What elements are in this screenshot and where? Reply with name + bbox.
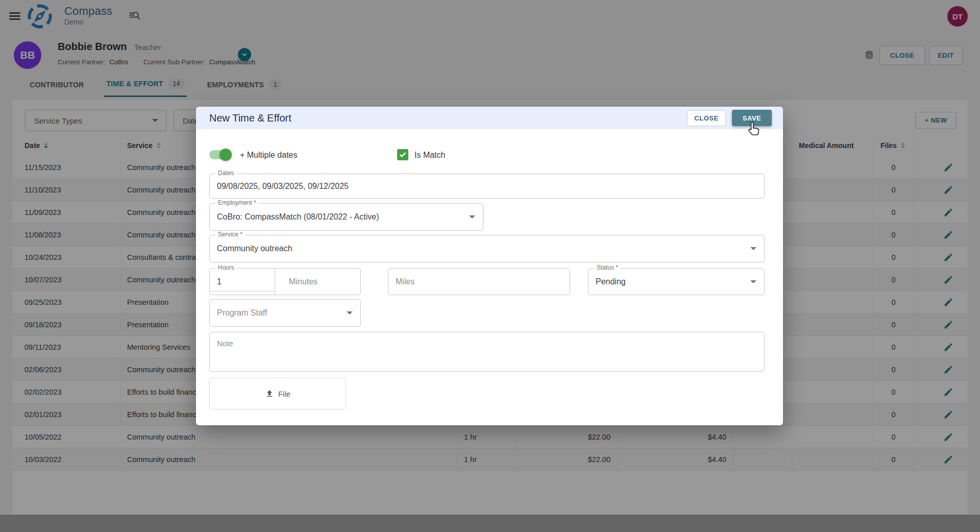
is-match-checkbox[interactable] bbox=[397, 149, 408, 160]
program-staff-select[interactable]: Program Staff bbox=[209, 299, 361, 327]
program-staff-placeholder: Program Staff bbox=[210, 308, 267, 318]
modal-close-button[interactable]: CLOSE bbox=[687, 110, 726, 126]
minutes-input[interactable] bbox=[282, 277, 368, 286]
service-label: Service * bbox=[215, 231, 245, 238]
note-placeholder: Note bbox=[210, 332, 233, 348]
minutes-input-wrap bbox=[282, 277, 360, 286]
upload-icon bbox=[265, 389, 274, 398]
hours-input[interactable]: 1 bbox=[210, 277, 282, 286]
modal-title: New Time & Effort bbox=[209, 112, 291, 124]
app-window: Compass Demo DT BB Bobbie Brown Teacher … bbox=[0, 0, 980, 532]
multiple-dates-toggle[interactable] bbox=[209, 150, 231, 159]
miles-field bbox=[388, 268, 570, 295]
new-time-effort-modal: New Time & Effort CLOSE SAVE + Multiple … bbox=[196, 107, 783, 425]
chevron-down-icon bbox=[469, 215, 475, 219]
status-select[interactable]: Status * Pending bbox=[588, 268, 765, 295]
hours-minutes-group: Hours 1 bbox=[209, 268, 361, 295]
modal-save-button[interactable]: SAVE bbox=[732, 110, 772, 126]
employment-value: CoBro: CompassMatch (08/01/2022 - Active… bbox=[210, 212, 379, 222]
hours-label: Hours bbox=[215, 264, 237, 271]
miles-input[interactable] bbox=[388, 277, 570, 286]
modal-header: New Time & Effort CLOSE SAVE bbox=[196, 107, 783, 129]
service-select[interactable]: Service * Community outreach bbox=[209, 235, 765, 262]
chevron-down-icon bbox=[347, 311, 353, 315]
chevron-down-icon bbox=[750, 247, 756, 250]
file-upload-button[interactable]: File bbox=[209, 378, 346, 409]
dates-field-label: Dates bbox=[215, 170, 236, 177]
file-button-label: File bbox=[278, 390, 290, 398]
dates-field[interactable]: Dates 09/08/2025, 09/03/2025, 09/12/2025 bbox=[209, 174, 765, 199]
dates-field-value: 09/08/2025, 09/03/2025, 09/12/2025 bbox=[210, 182, 349, 191]
status-value: Pending bbox=[589, 277, 626, 286]
input-underline bbox=[211, 291, 274, 292]
field-divider bbox=[275, 269, 275, 295]
multiple-dates-label: + Multiple dates bbox=[240, 151, 298, 160]
service-value: Community outreach bbox=[210, 244, 292, 253]
chevron-down-icon bbox=[750, 280, 756, 283]
employment-select[interactable]: Employment * CoBro: CompassMatch (08/01/… bbox=[209, 203, 483, 231]
is-match-label: Is Match bbox=[414, 151, 445, 160]
status-label: Status * bbox=[594, 264, 621, 271]
note-field[interactable]: Note bbox=[209, 332, 765, 372]
employment-label: Employment * bbox=[215, 200, 259, 206]
